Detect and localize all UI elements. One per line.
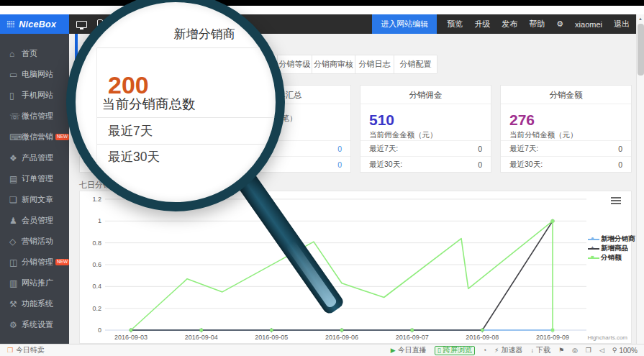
sidebar-item-site-promotion[interactable]: ▥网站推广 — [0, 273, 69, 293]
upgrade-button[interactable]: 升级 — [468, 14, 496, 34]
sidebar-item-home[interactable]: ⌂首页 — [0, 43, 69, 64]
today-special-item[interactable]: ❒ 今日特卖 — [0, 345, 45, 355]
sidebar-item-marketing-activity[interactable]: ◇营销活动 — [0, 231, 69, 252]
sidebar-item-member-manage[interactable]: ♟会员管理 — [0, 210, 69, 231]
sidebar-item-label: 微信营销 — [22, 132, 53, 142]
sidebar-item-mobile-site[interactable]: ▯手机网站 — [0, 85, 69, 106]
series-marker — [270, 329, 273, 332]
status-item-window[interactable]: ❐ — [586, 347, 591, 354]
series-line-新增商品 — [131, 221, 553, 330]
status-item-browser[interactable]: ◎ — [572, 347, 578, 354]
publish-button[interactable]: 发布 — [496, 14, 523, 34]
sidebar-item-wechat-manage[interactable]: ☏微信管理 — [0, 106, 69, 127]
desktop-site-icon: ▭ — [9, 70, 22, 80]
gear-icon[interactable]: ⚙ — [550, 14, 569, 34]
sidebar-item-system-settings[interactable]: ⚙系统设置 — [0, 314, 69, 335]
stat-card-row: 最近7天:0 — [360, 140, 491, 156]
magnified-caption: 当前分销商总数 — [102, 95, 196, 113]
tab-5[interactable]: 分销配置 — [394, 55, 437, 73]
series-marker — [551, 329, 554, 332]
magnified-row-30days: 最近30天 — [108, 148, 160, 165]
stat-card-body: 510当前佣金金额（元） — [360, 104, 491, 140]
tab-4[interactable]: 分销日志 — [355, 55, 394, 73]
stat-card-4: 分销金额276当前分销金额（元）最近7天:0最近30天:0 — [500, 85, 632, 173]
sidebar-item-order-manage[interactable]: ▤订单管理 — [0, 168, 69, 189]
divider — [97, 144, 276, 145]
y-axis-label: 0.2 — [92, 305, 101, 312]
sidebar-item-label: 电脑网站 — [22, 69, 53, 80]
scrollbar-up-arrow[interactable]: ▲ — [637, 14, 644, 23]
vertical-scrollbar[interactable]: ▲ — [636, 14, 644, 344]
sidebar-item-distribution-manage[interactable]: ◫分销管理NEW — [0, 252, 69, 273]
download-icon: ↓ — [530, 347, 534, 354]
sidebar-item-product-manage[interactable]: ❖产品管理 — [0, 147, 69, 168]
user-name[interactable]: xiaomei — [569, 14, 608, 34]
sidebar-item-label: 订单管理 — [22, 173, 53, 184]
status-item-label: 100% — [619, 347, 638, 355]
window-icon: ❐ — [586, 347, 591, 354]
function-system-icon: ⚒ — [9, 299, 22, 309]
logout-button[interactable]: 退出 — [608, 14, 635, 34]
sidebar-item-wechat-marketing[interactable]: ⌨微信营销NEW — [0, 127, 69, 147]
stat-card-body: 276当前分销金额（元） — [501, 104, 631, 140]
stat-row-label: 最近7天: — [509, 144, 538, 154]
stat-row-value[interactable]: 0 — [337, 145, 342, 153]
status-item-flag[interactable]: ⚑ — [558, 347, 564, 354]
status-item-label: 今日直播 — [398, 345, 427, 355]
sidebar-item-label: 产品管理 — [22, 152, 53, 163]
legend-item-新增分销商[interactable]: ●新增分销商 — [588, 234, 635, 244]
system-settings-icon: ⚙ — [9, 320, 22, 330]
y-axis-label: 0.4 — [92, 283, 101, 290]
zoom-icon: ⚲ — [612, 347, 617, 354]
stat-card-caption: 当前分销金额（元） — [509, 130, 622, 140]
legend-label: 新增分销商 — [601, 234, 635, 244]
sidebar-item-function-system[interactable]: ⚒功能系统 — [0, 293, 69, 314]
chart-menu-icon[interactable] — [611, 197, 621, 206]
site-promotion-icon: ▥ — [9, 278, 22, 288]
status-item-zoom[interactable]: ⚲100% — [612, 347, 638, 355]
status-item-label: 下载 — [536, 345, 550, 355]
sidebar-item-news-article[interactable]: ❏新闻文章 — [0, 189, 69, 210]
series-marker — [481, 329, 484, 332]
stat-row-value: 0 — [618, 145, 622, 153]
stat-row-value: 0 — [478, 160, 482, 169]
status-item-gauge[interactable]: ◔ — [483, 347, 486, 354]
legend-item-分销额[interactable]: ■分销额 — [588, 253, 635, 263]
y-axis-label: 0.6 — [92, 261, 101, 268]
status-item-lightning[interactable]: ⚡加速器 — [494, 345, 522, 355]
news-article-icon: ❏ — [9, 195, 22, 205]
status-item-download[interactable]: ↓下载 — [530, 345, 550, 355]
status-item-play[interactable]: ▶今日直播 — [391, 345, 427, 355]
legend-item-新增商品[interactable]: +新增商品 — [588, 244, 635, 253]
tab-3[interactable]: 分销商审核 — [312, 55, 355, 73]
magnifier-lens: 新增分销商 200 当前分销商总数 最近7天 最近30天 — [66, 0, 285, 211]
sidebar: ⌂首页▭电脑网站▯手机网站☏微信管理⌨微信营销NEW❖产品管理▤订单管理❏新闻文… — [0, 34, 69, 344]
magnified-card-title: 新增分销商 — [133, 26, 276, 42]
x-axis-label: 2016-09-04 — [185, 334, 218, 341]
desktop-view-icon[interactable] — [76, 21, 87, 28]
sidebar-item-label: 功能系统 — [22, 298, 53, 309]
status-item-phone[interactable]: ▯跨屏浏览 — [435, 346, 475, 355]
trend-chart-card: 00.20.40.60.811.22016-09-032016-09-04201… — [79, 191, 632, 344]
status-item-label: 加速器 — [501, 345, 522, 355]
scrollbar-thumb[interactable] — [638, 24, 644, 76]
legend-symbol: + — [588, 245, 601, 252]
x-axis-label: 2016-09-09 — [536, 334, 569, 341]
status-item-speaker[interactable]: ◁ — [599, 347, 604, 354]
tab-2[interactable]: 分销等级 — [277, 55, 312, 73]
gift-icon: ❒ — [7, 347, 13, 354]
status-bar: ❒ 今日特卖 ▶今日直播▯跨屏浏览◔⚡加速器↓下载⚑◎❐◁⚲100% — [0, 344, 644, 356]
stat-card-row: 最近7天:0 — [501, 140, 631, 156]
stat-row-value[interactable]: 0 — [337, 160, 342, 169]
help-button[interactable]: 帮助 — [523, 14, 550, 34]
enter-site-edit-button[interactable]: 进入网站编辑 — [372, 14, 437, 34]
stat-card-title: 分销佣金 — [360, 86, 491, 104]
logo-text: NiceBox — [19, 19, 56, 29]
trend-chart-svg: 00.20.40.60.811.22016-09-032016-09-04201… — [80, 191, 631, 343]
stat-row-label: 最近30天: — [509, 160, 543, 170]
top-menu: 进入网站编辑 预览 升级 发布 帮助 ⚙ xiaomei 退出 — [372, 14, 644, 34]
series-marker — [130, 329, 132, 332]
preview-button[interactable]: 预览 — [441, 14, 468, 34]
product-manage-icon: ❖ — [9, 153, 22, 163]
sidebar-item-desktop-site[interactable]: ▭电脑网站 — [0, 64, 69, 85]
